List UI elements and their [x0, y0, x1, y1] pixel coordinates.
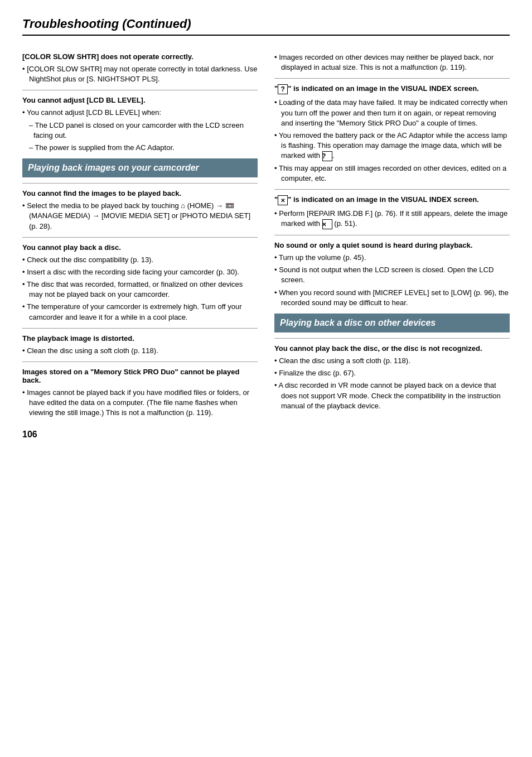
list-item: Images recorded on other devices may nei… [274, 52, 510, 73]
broken-image-inline-icon: ✕ [322, 219, 332, 229]
images-other-devices-bullets: Images recorded on other devices may nei… [274, 52, 510, 73]
list-item: The temperature of your camcorder is ext… [22, 302, 258, 322]
list-item: Select the media to be played back by to… [22, 201, 258, 232]
playing-back-disc-header: Playing back a disc on other devices [274, 314, 510, 332]
home-icon: ⌂ [181, 201, 185, 210]
question-mark-inline-icon: ? [322, 151, 332, 161]
manage-icon: 📼 [225, 201, 234, 210]
no-sound-bullets: Turn up the volume (p. 45). Sound is not… [274, 253, 510, 308]
list-item: [COLOR SLOW SHTR] may not operate correc… [22, 64, 258, 84]
list-item: Check out the disc compatibility (p. 13)… [22, 255, 258, 265]
list-item: Turn up the volume (p. 45). [274, 253, 510, 263]
playback-distorted-title: The playback image is distorted. [22, 334, 258, 343]
lcd-bl-level-section: You cannot adjust [LCD BL LEVEL]. You ca… [22, 90, 258, 153]
list-item: When you record sound with [MICREF LEVEL… [274, 288, 510, 308]
memory-stick-title: Images stored on a "Memory Stick PRO Duo… [22, 368, 258, 384]
list-item: The disc that was recorded, formatted, o… [22, 279, 258, 300]
broken-icon-section: "✕" is indicated on an image in the VISU… [274, 189, 510, 229]
list-item: This may appear on still images recorded… [274, 163, 510, 184]
list-item: The power is supplied from the AC Adapto… [22, 143, 258, 153]
color-slow-shtr-bullets: [COLOR SLOW SHTR] may not operate correc… [22, 64, 258, 84]
right-column: Images recorded on other devices may nei… [274, 47, 510, 440]
list-item: Sound is not output when the LCD screen … [274, 265, 510, 285]
memory-stick-bullets: Images cannot be played back if you have… [22, 388, 258, 418]
list-item: Clean the disc using a soft cloth (p. 11… [274, 356, 510, 366]
list-item: A disc recorded in VR mode cannot be pla… [274, 380, 510, 411]
playback-distorted-section: The playback image is distorted. Clean t… [22, 328, 258, 356]
question-icon-title: "?" is indicated on an image in the VISU… [274, 84, 510, 94]
cannot-find-images-section: You cannot find the images to be played … [22, 183, 258, 232]
cannot-find-images-title: You cannot find the images to be played … [22, 189, 258, 197]
lcd-bl-level-bullets: You cannot adjust [LCD BL LEVEL] when: T… [22, 108, 258, 153]
images-other-devices-section: Images recorded on other devices may nei… [274, 47, 510, 73]
playing-back-images-header: Playing back images on your camcorder [22, 158, 258, 177]
cannot-play-disc-section: You cannot play back a disc. Check out t… [22, 237, 258, 322]
list-item: Images cannot be played back if you have… [22, 388, 258, 418]
question-icon-section: "?" is indicated on an image in the VISU… [274, 78, 510, 184]
list-item: Insert a disc with the recording side fa… [22, 267, 258, 277]
list-item: Clean the disc using a soft cloth (p. 11… [22, 346, 258, 356]
list-item: Finalize the disc (p. 67). [274, 368, 510, 378]
lcd-bl-level-title: You cannot adjust [LCD BL LEVEL]. [22, 96, 258, 104]
list-item: You cannot adjust [LCD BL LEVEL] when: [22, 108, 258, 118]
list-item: You removed the battery pack or the AC A… [274, 131, 510, 161]
list-item: The LCD panel is closed on your camcorde… [22, 120, 258, 141]
question-icon-bullets: Loading of the data may have failed. It … [274, 98, 510, 184]
memory-stick-section: Images stored on a "Memory Stick PRO Duo… [22, 361, 258, 418]
list-item: Loading of the data may have failed. It … [274, 98, 510, 128]
no-sound-section: No sound or only a quiet sound is heard … [274, 235, 510, 308]
no-sound-title: No sound or only a quiet sound is heard … [274, 241, 510, 249]
cannot-find-images-bullets: Select the media to be played back by to… [22, 201, 258, 232]
list-item: Perform [REPAIR IMG.DB F.] (p. 76). If i… [274, 209, 510, 229]
cannot-play-disc-bullets: Check out the disc compatibility (p. 13)… [22, 255, 258, 322]
disc-not-recognized-section: You cannot play back the disc, or the di… [274, 338, 510, 411]
playback-distorted-bullets: Clean the disc using a soft cloth (p. 11… [22, 346, 258, 356]
question-mark-icon: ? [278, 84, 288, 94]
cannot-play-disc-title: You cannot play back a disc. [22, 243, 258, 252]
broken-image-icon: ✕ [278, 195, 288, 205]
left-column: [COLOR SLOW SHTR] does not operate corre… [22, 47, 258, 440]
disc-not-recognized-bullets: Clean the disc using a soft cloth (p. 11… [274, 356, 510, 411]
disc-not-recognized-title: You cannot play back the disc, or the di… [274, 344, 510, 353]
broken-icon-bullets: Perform [REPAIR IMG.DB F.] (p. 76). If i… [274, 209, 510, 229]
page-title: Troubleshooting (Continued) [22, 17, 510, 36]
color-slow-shtr-title: [COLOR SLOW SHTR] does not operate corre… [22, 52, 258, 61]
broken-icon-title: "✕" is indicated on an image in the VISU… [274, 195, 510, 205]
color-slow-shtr-section: [COLOR SLOW SHTR] does not operate corre… [22, 47, 258, 84]
page-number: 106 [22, 430, 258, 440]
